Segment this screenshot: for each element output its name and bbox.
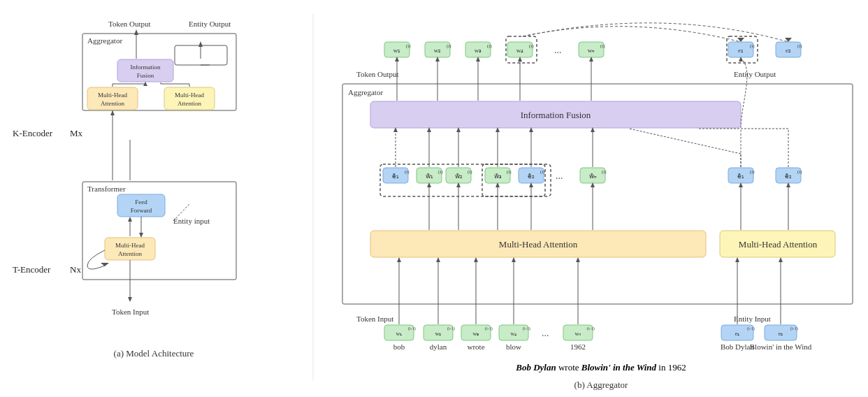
svg-marker-112 bbox=[739, 57, 743, 62]
right-token-input: Token Input bbox=[356, 315, 393, 323]
w4-top: w₄ bbox=[516, 47, 524, 54]
svg-rect-38 bbox=[465, 42, 491, 57]
svg-rect-33 bbox=[370, 101, 741, 128]
svg-marker-15 bbox=[198, 41, 203, 47]
wtilde3-mid: w̃₃ bbox=[494, 173, 502, 180]
w1-top: w₁ bbox=[393, 47, 401, 54]
svg-rect-57 bbox=[461, 325, 491, 340]
left-aggregator-label: Aggregator bbox=[87, 36, 122, 45]
svg-marker-63 bbox=[397, 257, 401, 262]
t-encoder-label: T-Encoder bbox=[13, 264, 51, 275]
svg-rect-32 bbox=[342, 84, 853, 304]
svg-rect-40 bbox=[507, 42, 533, 57]
right-aggregator-label: Aggregator bbox=[348, 88, 383, 96]
svg-marker-109 bbox=[518, 57, 522, 62]
right-info-fusion: Information Fusion bbox=[521, 110, 591, 120]
dots-top: ... bbox=[554, 45, 562, 55]
right-mha-entity: Multi-Head Attention bbox=[739, 239, 818, 250]
mx-label: Mx bbox=[70, 128, 83, 138]
left-mha-t2: Attention bbox=[118, 250, 142, 257]
left-mha2: Multi-Head bbox=[175, 92, 204, 99]
e1-bot: e₁ bbox=[735, 331, 740, 337]
svg-rect-55 bbox=[384, 325, 414, 340]
wtilde2-mid-sup: (i) bbox=[468, 169, 472, 175]
e2-top-sup: (i) bbox=[797, 43, 802, 49]
svg-rect-51 bbox=[519, 168, 544, 183]
left-entity-input: Entity input bbox=[173, 217, 210, 225]
dots-bot: ... bbox=[542, 328, 549, 338]
svg-marker-79 bbox=[456, 182, 461, 187]
svg-marker-83 bbox=[529, 182, 533, 187]
right-entity-output: Entity Output bbox=[734, 70, 776, 78]
svg-rect-36 bbox=[384, 42, 410, 57]
svg-rect-39 bbox=[506, 36, 537, 63]
svg-rect-50 bbox=[485, 168, 510, 183]
wn-top: wₙ bbox=[588, 47, 595, 54]
svg-marker-71 bbox=[576, 257, 580, 262]
w2-top: w₂ bbox=[434, 47, 442, 54]
svg-rect-0 bbox=[82, 34, 236, 110]
svg-rect-41 bbox=[579, 42, 604, 57]
w1-bot: w₁ bbox=[396, 331, 403, 337]
word-dylan: dylan bbox=[430, 342, 447, 351]
svg-marker-69 bbox=[512, 257, 516, 262]
svg-marker-67 bbox=[474, 257, 478, 262]
svg-marker-99 bbox=[591, 127, 595, 132]
w3-top: w₃ bbox=[475, 47, 482, 54]
left-ff2: Forward bbox=[131, 207, 152, 214]
etilde1-mid: ẽ₁ bbox=[392, 173, 399, 180]
left-mha1b: Attention bbox=[101, 100, 124, 107]
wn-bot: wₙ bbox=[575, 331, 581, 337]
wtilde3-mid-sup: (i) bbox=[507, 169, 512, 175]
svg-rect-43 bbox=[728, 42, 753, 57]
svg-marker-105 bbox=[435, 57, 440, 62]
word-bob: bob bbox=[393, 342, 405, 351]
svg-line-27 bbox=[173, 204, 189, 221]
nx-label: Nx bbox=[70, 264, 81, 275]
svg-rect-53 bbox=[728, 168, 753, 183]
w3-bot: w₃ bbox=[473, 331, 479, 337]
sentence-line: Bob Dylan wrote Blowin' in the Wind in 1… bbox=[515, 362, 686, 373]
svg-rect-56 bbox=[424, 325, 453, 340]
svg-marker-103 bbox=[395, 57, 399, 62]
svg-marker-114 bbox=[393, 127, 398, 132]
svg-rect-42 bbox=[727, 36, 758, 63]
left-entity-output: Entity Output bbox=[189, 20, 231, 28]
svg-rect-61 bbox=[765, 325, 797, 340]
svg-marker-30 bbox=[128, 297, 132, 302]
w2-bot: w₂ bbox=[435, 331, 442, 337]
svg-marker-87 bbox=[739, 182, 743, 187]
e2-bot: e₂ bbox=[779, 331, 783, 337]
word-1962: 1962 bbox=[570, 342, 586, 351]
etilde2-mid: ẽ₂ bbox=[528, 173, 535, 180]
k-encoder-label: K-Encoder bbox=[13, 128, 53, 138]
right-mha-main: Multi-Head Attention bbox=[499, 239, 578, 250]
wtilde2-mid: w̃₂ bbox=[455, 173, 463, 180]
wtilden-mid: w̃ₙ bbox=[589, 173, 597, 180]
left-mha-t: Multi-Head bbox=[115, 242, 145, 249]
entity-blowin: Blowin' in the Wind bbox=[750, 342, 812, 351]
svg-rect-46 bbox=[383, 168, 408, 183]
svg-rect-3 bbox=[87, 87, 138, 110]
e1-top-sup: (i) bbox=[750, 43, 755, 49]
dots-mid: ... bbox=[556, 171, 563, 181]
svg-marker-107 bbox=[476, 57, 480, 62]
svg-marker-65 bbox=[436, 257, 440, 262]
left-token-output: Token Output bbox=[108, 20, 151, 28]
wtilde1-mid: w̃₁ bbox=[426, 173, 433, 180]
w4-top-sup: (i) bbox=[529, 43, 534, 49]
w4-bot: w₄ bbox=[511, 331, 517, 337]
svg-marker-73 bbox=[735, 257, 739, 262]
svg-rect-47 bbox=[417, 168, 442, 183]
svg-rect-20 bbox=[117, 194, 165, 217]
w2-top-sup: (i) bbox=[447, 43, 451, 49]
w3-bot-sup: (i-1) bbox=[485, 326, 493, 331]
left-transformer-label: Transformer bbox=[87, 185, 126, 193]
svg-rect-54 bbox=[776, 168, 801, 183]
svg-rect-37 bbox=[425, 42, 450, 57]
svg-rect-48 bbox=[446, 168, 471, 183]
wtilden-mid-sup: (i) bbox=[602, 169, 607, 175]
svg-marker-117 bbox=[737, 38, 744, 42]
svg-rect-1 bbox=[175, 45, 227, 65]
e1-top: e₁ bbox=[738, 47, 744, 54]
